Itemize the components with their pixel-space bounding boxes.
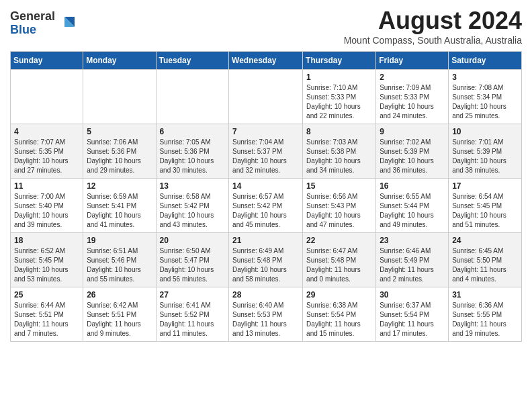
day-info: Sunrise: 7:02 AM Sunset: 5:39 PM Dayligh… xyxy=(380,138,445,175)
day-info: Sunrise: 6:57 AM Sunset: 5:42 PM Dayligh… xyxy=(232,192,299,230)
day-number: 14 xyxy=(232,181,299,191)
calendar-cell: 1Sunrise: 7:10 AM Sunset: 5:33 PM Daylig… xyxy=(303,70,376,124)
day-info: Sunrise: 6:46 AM Sunset: 5:49 PM Dayligh… xyxy=(380,246,445,284)
calendar-cell: 13Sunrise: 6:58 AM Sunset: 5:42 PM Dayli… xyxy=(156,179,229,233)
day-number: 4 xyxy=(14,127,79,136)
day-number: 6 xyxy=(160,127,226,136)
day-info: Sunrise: 7:01 AM Sunset: 5:39 PM Dayligh… xyxy=(452,138,518,175)
day-number: 3 xyxy=(452,73,518,82)
calendar-cell: 18Sunrise: 6:52 AM Sunset: 5:45 PM Dayli… xyxy=(11,233,83,287)
logo-icon xyxy=(58,13,78,34)
logo-general: General xyxy=(10,10,55,24)
day-info: Sunrise: 7:08 AM Sunset: 5:34 PM Dayligh… xyxy=(452,83,518,121)
day-number: 9 xyxy=(380,127,445,136)
day-number: 30 xyxy=(380,290,445,300)
day-info: Sunrise: 6:59 AM Sunset: 5:41 PM Dayligh… xyxy=(87,192,152,230)
calendar-cell: 9Sunrise: 7:02 AM Sunset: 5:39 PM Daylig… xyxy=(376,124,449,179)
calendar-cell xyxy=(156,70,229,124)
day-info: Sunrise: 7:06 AM Sunset: 5:36 PM Dayligh… xyxy=(87,138,152,175)
day-number: 26 xyxy=(87,290,152,300)
day-info: Sunrise: 7:05 AM Sunset: 5:36 PM Dayligh… xyxy=(160,138,226,175)
calendar-cell: 17Sunrise: 6:54 AM Sunset: 5:45 PM Dayli… xyxy=(449,179,522,233)
day-number: 15 xyxy=(306,181,372,191)
weekday-header-thursday: Thursday xyxy=(303,52,376,70)
day-info: Sunrise: 7:04 AM Sunset: 5:37 PM Dayligh… xyxy=(232,138,299,175)
day-info: Sunrise: 6:52 AM Sunset: 5:45 PM Dayligh… xyxy=(14,246,79,284)
weekday-header-tuesday: Tuesday xyxy=(156,52,229,70)
calendar-cell: 14Sunrise: 6:57 AM Sunset: 5:42 PM Dayli… xyxy=(229,179,303,233)
calendar-cell: 3Sunrise: 7:08 AM Sunset: 5:34 PM Daylig… xyxy=(449,70,522,124)
calendar-cell: 10Sunrise: 7:01 AM Sunset: 5:39 PM Dayli… xyxy=(449,124,522,179)
calendar-cell: 12Sunrise: 6:59 AM Sunset: 5:41 PM Dayli… xyxy=(83,179,156,233)
day-number: 28 xyxy=(232,290,299,300)
calendar-cell: 24Sunrise: 6:45 AM Sunset: 5:50 PM Dayli… xyxy=(449,233,522,287)
day-info: Sunrise: 6:51 AM Sunset: 5:46 PM Dayligh… xyxy=(87,246,152,284)
day-info: Sunrise: 6:55 AM Sunset: 5:44 PM Dayligh… xyxy=(380,192,445,230)
day-number: 31 xyxy=(452,290,518,300)
calendar-cell: 27Sunrise: 6:41 AM Sunset: 5:52 PM Dayli… xyxy=(156,287,229,342)
weekday-header-monday: Monday xyxy=(83,52,156,70)
calendar-cell xyxy=(229,70,303,124)
day-info: Sunrise: 6:58 AM Sunset: 5:42 PM Dayligh… xyxy=(160,192,226,230)
weekday-header-wednesday: Wednesday xyxy=(229,52,303,70)
page-header: General Blue August 2024 Mount Compass, … xyxy=(10,7,522,46)
day-number: 5 xyxy=(87,127,152,136)
calendar-cell xyxy=(83,70,156,124)
calendar-cell: 30Sunrise: 6:37 AM Sunset: 5:54 PM Dayli… xyxy=(376,287,449,342)
day-number: 10 xyxy=(452,127,518,136)
calendar-week-5: 25Sunrise: 6:44 AM Sunset: 5:51 PM Dayli… xyxy=(11,287,522,342)
weekday-header-friday: Friday xyxy=(376,52,449,70)
calendar-cell: 5Sunrise: 7:06 AM Sunset: 5:36 PM Daylig… xyxy=(83,124,156,179)
day-info: Sunrise: 6:38 AM Sunset: 5:54 PM Dayligh… xyxy=(306,301,372,338)
day-info: Sunrise: 7:03 AM Sunset: 5:38 PM Dayligh… xyxy=(306,138,372,175)
day-number: 19 xyxy=(87,236,152,245)
calendar-cell: 23Sunrise: 6:46 AM Sunset: 5:49 PM Dayli… xyxy=(376,233,449,287)
day-info: Sunrise: 7:00 AM Sunset: 5:40 PM Dayligh… xyxy=(14,192,79,230)
day-info: Sunrise: 6:56 AM Sunset: 5:43 PM Dayligh… xyxy=(306,192,372,230)
day-number: 20 xyxy=(160,236,226,245)
day-number: 2 xyxy=(380,73,445,82)
day-number: 27 xyxy=(160,290,226,300)
calendar-cell: 11Sunrise: 7:00 AM Sunset: 5:40 PM Dayli… xyxy=(11,179,83,233)
weekday-header-sunday: Sunday xyxy=(11,52,83,70)
calendar-cell: 22Sunrise: 6:47 AM Sunset: 5:48 PM Dayli… xyxy=(303,233,376,287)
day-number: 11 xyxy=(14,181,79,191)
weekday-header-saturday: Saturday xyxy=(449,52,522,70)
logo-blue: Blue xyxy=(10,24,55,37)
day-number: 29 xyxy=(306,290,372,300)
day-info: Sunrise: 6:37 AM Sunset: 5:54 PM Dayligh… xyxy=(380,301,445,338)
calendar-week-2: 4Sunrise: 7:07 AM Sunset: 5:35 PM Daylig… xyxy=(11,124,522,179)
calendar-cell: 15Sunrise: 6:56 AM Sunset: 5:43 PM Dayli… xyxy=(303,179,376,233)
day-info: Sunrise: 6:54 AM Sunset: 5:45 PM Dayligh… xyxy=(452,192,518,230)
calendar-cell: 21Sunrise: 6:49 AM Sunset: 5:48 PM Dayli… xyxy=(229,233,303,287)
day-number: 13 xyxy=(160,181,226,191)
calendar-table: SundayMondayTuesdayWednesdayThursdayFrid… xyxy=(10,51,522,342)
day-info: Sunrise: 6:50 AM Sunset: 5:47 PM Dayligh… xyxy=(160,246,226,284)
calendar-cell: 7Sunrise: 7:04 AM Sunset: 5:37 PM Daylig… xyxy=(229,124,303,179)
calendar-cell xyxy=(11,70,83,124)
day-info: Sunrise: 6:44 AM Sunset: 5:51 PM Dayligh… xyxy=(14,301,79,338)
day-number: 25 xyxy=(14,290,79,300)
day-info: Sunrise: 7:07 AM Sunset: 5:35 PM Dayligh… xyxy=(14,138,79,175)
calendar-cell: 28Sunrise: 6:40 AM Sunset: 5:53 PM Dayli… xyxy=(229,287,303,342)
day-info: Sunrise: 7:09 AM Sunset: 5:33 PM Dayligh… xyxy=(380,83,445,121)
day-number: 1 xyxy=(306,73,372,82)
day-number: 17 xyxy=(452,181,518,191)
day-number: 16 xyxy=(380,181,445,191)
month-year-title: August 2024 xyxy=(344,7,522,35)
day-info: Sunrise: 6:42 AM Sunset: 5:51 PM Dayligh… xyxy=(87,301,152,338)
calendar-week-1: 1Sunrise: 7:10 AM Sunset: 5:33 PM Daylig… xyxy=(11,70,522,124)
day-number: 7 xyxy=(232,127,299,136)
day-info: Sunrise: 6:49 AM Sunset: 5:48 PM Dayligh… xyxy=(232,246,299,284)
calendar-week-3: 11Sunrise: 7:00 AM Sunset: 5:40 PM Dayli… xyxy=(11,179,522,233)
day-info: Sunrise: 6:36 AM Sunset: 5:55 PM Dayligh… xyxy=(452,301,518,338)
calendar-cell: 19Sunrise: 6:51 AM Sunset: 5:46 PM Dayli… xyxy=(83,233,156,287)
day-info: Sunrise: 6:41 AM Sunset: 5:52 PM Dayligh… xyxy=(160,301,226,338)
calendar-cell: 31Sunrise: 6:36 AM Sunset: 5:55 PM Dayli… xyxy=(449,287,522,342)
day-number: 24 xyxy=(452,236,518,245)
day-number: 22 xyxy=(306,236,372,245)
title-area: August 2024 Mount Compass, South Austral… xyxy=(344,7,522,46)
day-number: 21 xyxy=(232,236,299,245)
day-info: Sunrise: 7:10 AM Sunset: 5:33 PM Dayligh… xyxy=(306,83,372,121)
day-info: Sunrise: 6:45 AM Sunset: 5:50 PM Dayligh… xyxy=(452,246,518,284)
